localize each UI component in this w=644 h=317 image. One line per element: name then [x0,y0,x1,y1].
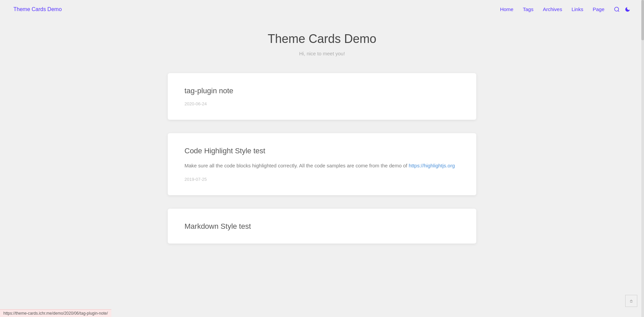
card-1-date: 2020-06-24 [184,101,460,106]
card-3-title: Markdown Style test [184,222,460,231]
nav-home[interactable]: Home [500,6,514,12]
card-2-excerpt: Make sure all the code blocks highlighte… [184,161,460,170]
nav-links[interactable]: Links [572,6,583,12]
scroll-top-button[interactable] [625,295,637,307]
moon-icon [625,6,631,12]
page-subtitle: Hi, nice to meet you! [168,51,476,56]
card-1-title: tag-plugin note [184,87,460,95]
status-bar: https://theme-cards.ichr.me/demo/2020/06… [0,309,111,317]
theme-toggle-button[interactable] [625,6,631,12]
status-url: https://theme-cards.ichr.me/demo/2020/06… [3,311,108,316]
site-header: Theme Cards Demo Home Tags Archives Link… [0,0,644,18]
page-title: Theme Cards Demo [168,32,476,46]
card-2[interactable]: Code Highlight Style test Make sure all … [168,133,476,195]
scrollbar-thumb[interactable] [641,0,644,40]
scrollbar-track [641,0,644,317]
card-2-excerpt-before: Make sure all the code blocks highlighte… [184,163,409,168]
card-1[interactable]: tag-plugin note 2020-06-24 [168,73,476,120]
search-icon [614,6,620,12]
card-2-excerpt-link[interactable]: https://highlightjs.org [409,163,455,168]
nav-archives[interactable]: Archives [543,6,562,12]
svg-line-1 [618,10,619,11]
card-2-date: 2019-07-25 [184,177,460,182]
main-content: Theme Cards Demo Hi, nice to meet you! t… [161,18,483,277]
page-header: Theme Cards Demo Hi, nice to meet you! [168,32,476,56]
svg-point-0 [614,7,619,11]
site-title-link[interactable]: Theme Cards Demo [13,6,62,12]
search-button[interactable] [614,6,620,12]
card-3[interactable]: Markdown Style test [168,209,476,244]
nav-tags[interactable]: Tags [523,6,534,12]
nav-page[interactable]: Page [593,6,604,12]
scroll-top-icon [629,298,634,304]
main-nav: Home Tags Archives Links Page [500,6,631,12]
card-2-title: Code Highlight Style test [184,147,460,155]
nav-icon-group [614,6,631,12]
